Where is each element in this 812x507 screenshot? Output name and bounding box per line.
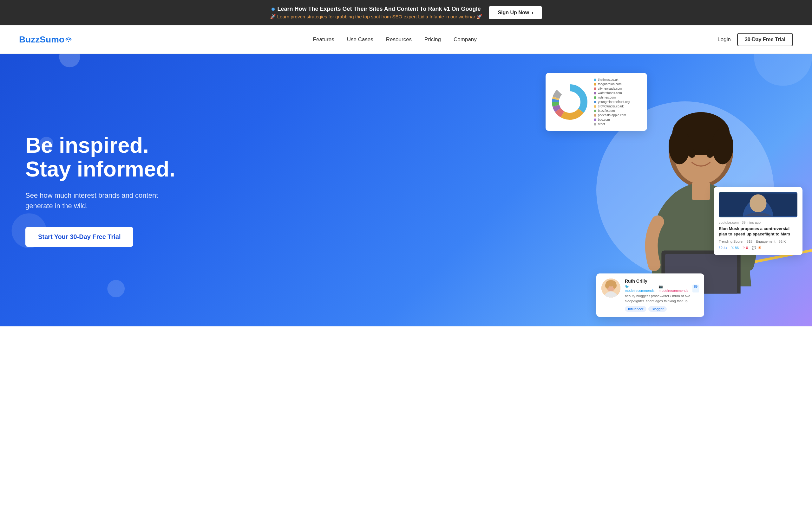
social-fb: f2.4k (719, 246, 727, 250)
influencer-name: Ruth Crilly (625, 279, 699, 284)
hero-cta-button[interactable]: Start Your 30-Day Free Trial (26, 227, 133, 247)
donut-chart (551, 83, 589, 121)
navbar: BuzzSumo Features Use Cases Resources Pr… (0, 25, 812, 54)
news-source: youtube.com · 39 mins ago (719, 221, 798, 224)
hero-section: Be inspired. Stay informed. See how much… (0, 54, 812, 326)
engagement-value: 86.K (779, 239, 786, 243)
banner-text-group: Learn How The Experts Get Their Sites An… (270, 6, 483, 20)
tag-influencer: Influencer (625, 306, 647, 312)
social-pin: 𝙿0 (743, 246, 748, 250)
influencer-bio: beauty blogger / prose-writer / mum of t… (625, 294, 699, 303)
donut-legend: thetimes.co.uk theguardian.com citynewsa… (594, 78, 629, 126)
news-meta: Trending Score: 818 Engagement 86.K (719, 239, 798, 243)
tag-blogger: Blogger (648, 306, 667, 312)
nav-item-use-cases[interactable]: Use Cases (347, 37, 373, 43)
logo-text: BuzzSumo (19, 35, 64, 45)
news-social-stats: f2.4k 𝕏86 𝙿0 💬15 (719, 246, 798, 250)
influencer-instagram: 📷 modelrecommends (658, 285, 689, 292)
influencer-ig-count: 89 (693, 285, 699, 292)
svg-point-40 (613, 282, 617, 289)
news-title: Elon Musk proposes a controversial plan … (719, 226, 798, 237)
news-thumbnail (719, 192, 798, 217)
influencer-twitter: 🐦 modelrecommends (625, 285, 655, 292)
svg-point-18 (669, 128, 690, 164)
svg-point-22 (688, 149, 696, 158)
hero-headline: Be inspired. Stay informed. (26, 133, 175, 181)
engagement-label: Engagement (756, 239, 775, 243)
svg-point-1 (59, 54, 80, 67)
svg-point-19 (712, 128, 733, 164)
influencer-avatar (601, 279, 620, 297)
influencer-card: Ruth Crilly 🐦 modelrecommends 📷 modelrec… (596, 274, 704, 317)
trending-label: Trending Score: (719, 239, 744, 243)
banner-main-text: Learn How The Experts Get Their Sites An… (271, 6, 480, 12)
news-card: youtube.com · 39 mins ago Elon Musk prop… (714, 187, 803, 255)
hero-content: Be inspired. Stay informed. See how much… (26, 133, 175, 247)
main-nav: Features Use Cases Resources Pricing Com… (313, 37, 477, 43)
svg-rect-15 (692, 182, 710, 200)
svg-point-23 (706, 149, 714, 158)
nav-item-pricing[interactable]: Pricing (424, 37, 441, 43)
svg-point-35 (750, 194, 766, 212)
signup-now-button[interactable]: Sign Up Now › (489, 6, 542, 19)
donut-chart-card: thetimes.co.uk theguardian.com citynewsa… (546, 73, 647, 131)
nav-item-company[interactable]: Company (454, 37, 477, 43)
logo[interactable]: BuzzSumo (19, 35, 72, 45)
navbar-actions: Login 30-Day Free Trial (717, 33, 793, 46)
nav-item-features[interactable]: Features (313, 37, 334, 43)
hero-visual: thetimes.co.uk theguardian.com citynewsa… (284, 54, 812, 326)
hero-subtext: See how much interest brands and content… (26, 190, 171, 211)
banner-sub-text: 🚀 Learn proven strategies for grabbing t… (270, 14, 483, 20)
influencer-tags: Influencer Blogger (625, 306, 699, 312)
social-comments: 💬15 (752, 246, 761, 250)
influencer-handles: 🐦 modelrecommends 📷 modelrecommends 89 (625, 285, 699, 292)
nav-item-resources[interactable]: Resources (386, 37, 412, 43)
signal-icon (65, 36, 72, 43)
login-link[interactable]: Login (717, 37, 731, 43)
free-trial-button[interactable]: 30-Day Free Trial (737, 33, 793, 46)
svg-point-0 (68, 41, 69, 42)
svg-point-6 (107, 280, 125, 297)
svg-point-39 (605, 282, 609, 289)
trending-value: 818 (747, 239, 752, 243)
banner-dot (271, 8, 275, 11)
influencer-info: Ruth Crilly 🐦 modelrecommends 📷 modelrec… (625, 279, 699, 312)
top-banner: Learn How The Experts Get Their Sites An… (0, 0, 812, 25)
social-tw: 𝕏86 (731, 246, 739, 250)
svg-point-32 (559, 92, 580, 112)
